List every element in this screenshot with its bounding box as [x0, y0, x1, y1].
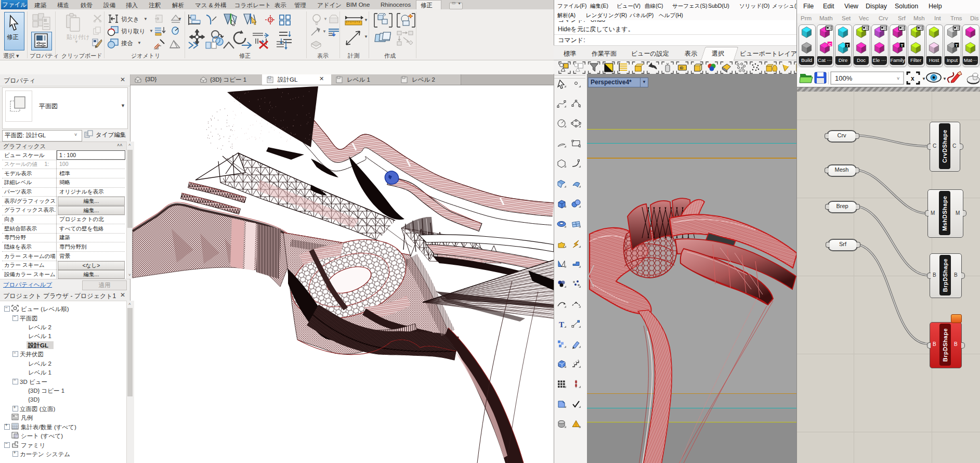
- svg-text:▼: ▼: [922, 76, 926, 81]
- svg-text:T: T: [956, 43, 958, 48]
- svg-text:100%: 100%: [835, 74, 853, 82]
- svg-text:˅: ˅: [897, 76, 899, 81]
- svg-text:x: x: [911, 75, 914, 82]
- svg-text:C: C: [829, 42, 832, 47]
- svg-text:T: T: [846, 43, 849, 48]
- svg-text:T: T: [901, 43, 904, 48]
- svg-text:▼: ▼: [943, 76, 947, 81]
- svg-text:T: T: [559, 320, 564, 329]
